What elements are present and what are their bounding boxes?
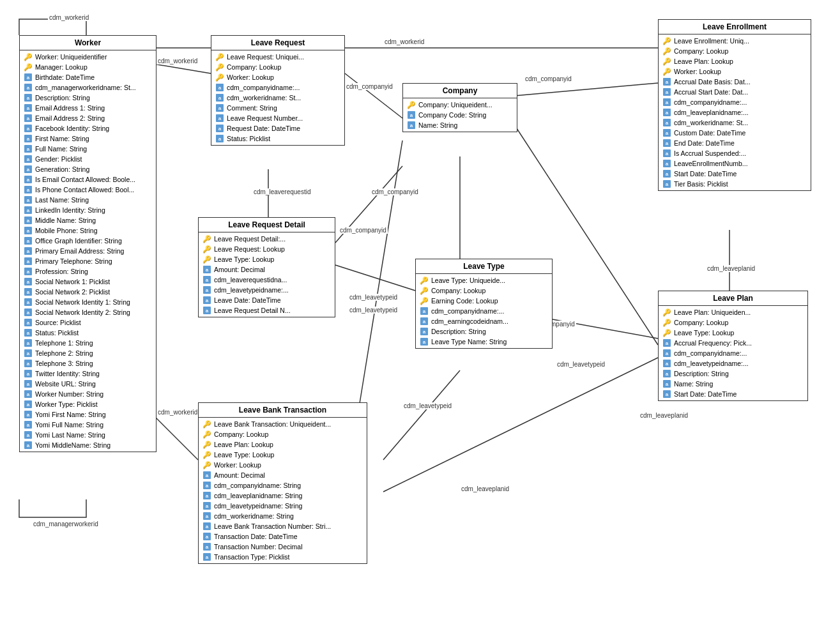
field-row: aOffice Graph Identifier: String — [20, 236, 156, 246]
field-row: aMobile Phone: String — [20, 225, 156, 236]
label-cdm-companyid-lr: cdm_companyid — [345, 83, 394, 90]
key-gray-icon: 🔑 — [202, 460, 211, 469]
field-icon: a — [202, 296, 211, 305]
entity-leave-type-title: Leave Type — [416, 259, 552, 274]
field-row: aYomi MiddleName: String — [20, 440, 156, 450]
field-row: acdm_leaverequestidna... — [199, 275, 335, 285]
field-icon: a — [202, 491, 211, 500]
field-row: aTransaction Date: DateTime — [199, 531, 367, 542]
entity-leave-type-fields: 🔑Leave Type: Uniqueide... 🔑Company: Look… — [416, 274, 552, 348]
field-row: 🔑Leave Request: Uniquei... — [211, 52, 344, 62]
entity-company-fields: 🔑Company: Uniqueident... aCompany Code: … — [403, 98, 517, 132]
entity-leave-bank-transaction-fields: 🔑Leave Bank Transaction: Uniqueident... … — [199, 418, 367, 563]
field-icon: a — [24, 155, 33, 163]
field-row: aEmail Address 1: String — [20, 103, 156, 113]
field-icon: a — [202, 501, 211, 510]
label-cdm-leavetypeid-lrd: cdm_leavetypeid — [348, 294, 399, 301]
field-row: aDescription: String — [659, 369, 807, 379]
field-icon: a — [215, 114, 224, 123]
field-row: aBirthdate: DateTime — [20, 72, 156, 82]
field-row: 🔑Company: Uniqueident... — [403, 100, 517, 110]
field-row: 🔑Leave Request: Lookup — [199, 244, 335, 254]
entity-leave-enrollment: Leave Enrollment 🔑Leave Enrollment: Uniq… — [658, 19, 811, 191]
label-cdm-leavetypeid-lbt: cdm_leavetypeid — [402, 402, 453, 409]
key-gray-icon: 🔑 — [662, 47, 671, 56]
field-icon: a — [24, 441, 33, 450]
field-icon: a — [420, 337, 429, 346]
key-gray-icon: 🔑 — [202, 430, 211, 439]
field-row: 🔑Leave Request Detail:... — [199, 234, 335, 244]
entity-leave-type: Leave Type 🔑Leave Type: Uniqueide... 🔑Co… — [415, 259, 553, 349]
field-row: 🔑Company: Lookup — [659, 46, 811, 56]
field-icon: a — [24, 93, 33, 102]
field-row: aCompany Code: String — [403, 110, 517, 120]
key-gold-icon: 🔑 — [215, 52, 224, 61]
key-gray-icon: 🔑 — [420, 286, 429, 295]
field-row: aSocial Network Identity 2: String — [20, 307, 156, 317]
field-row: aLeave Request Number... — [211, 113, 344, 123]
field-row: aGender: Picklist — [20, 154, 156, 164]
field-icon: a — [24, 73, 33, 82]
field-icon: a — [24, 206, 33, 215]
field-icon: a — [407, 110, 416, 119]
field-icon: a — [202, 306, 211, 315]
field-icon: a — [202, 532, 211, 541]
field-row: aDescription: String — [20, 93, 156, 103]
key-gold-icon: 🔑 — [420, 276, 429, 285]
field-icon: a — [24, 359, 33, 368]
field-row: aEnd Date: DateTime — [659, 138, 811, 148]
field-row: aStatus: Picklist — [20, 328, 156, 338]
entity-worker-fields: 🔑Worker: Uniqueidentifier 🔑Manager: Look… — [20, 50, 156, 452]
entity-leave-enrollment-title: Leave Enrollment — [659, 20, 811, 34]
field-icon: a — [662, 369, 671, 378]
field-row: aDescription: String — [416, 326, 552, 337]
field-icon: a — [24, 144, 33, 153]
svg-line-2 — [345, 73, 402, 118]
field-row: acdm_managerworkeridname: St... — [20, 82, 156, 93]
field-row: aFull Name: String — [20, 144, 156, 154]
field-row: aSocial Network 1: Picklist — [20, 277, 156, 287]
field-row: aStart Date: DateTime — [659, 169, 811, 179]
field-row: aAccrual Frequency: Pick... — [659, 338, 807, 348]
field-icon: a — [24, 236, 33, 245]
field-row: acdm_earningcodeidnam... — [416, 316, 552, 326]
key-gray-icon: 🔑 — [662, 57, 671, 66]
key-gold-icon: 🔑 — [24, 52, 33, 61]
field-row: aEmail Address 2: String — [20, 113, 156, 123]
field-row: aGeneration: String — [20, 164, 156, 174]
entity-leave-enrollment-fields: 🔑Leave Enrollment: Uniq... 🔑Company: Loo… — [659, 34, 811, 190]
key-gold-icon: 🔑 — [202, 420, 211, 429]
entity-worker-title: Worker — [20, 36, 156, 50]
field-icon: a — [24, 134, 33, 143]
field-row: acdm_leavetypeidname:... — [199, 285, 335, 295]
field-row: 🔑Company: Lookup — [416, 285, 552, 296]
field-icon: a — [215, 83, 224, 92]
key-gold-icon: 🔑 — [662, 36, 671, 45]
field-row: aTelephone 1: String — [20, 338, 156, 348]
field-icon: a — [420, 327, 429, 336]
field-icon: a — [24, 165, 33, 174]
field-row: 🔑Worker: Uniqueidentifier — [20, 52, 156, 62]
svg-line-10 — [383, 370, 460, 460]
field-icon: a — [662, 349, 671, 358]
field-icon: a — [215, 103, 224, 112]
field-row: acdm_workeridname: St... — [659, 118, 811, 128]
field-row: 🔑Leave Enrollment: Uniq... — [659, 36, 811, 46]
field-icon: a — [24, 257, 33, 266]
key-gold-icon: 🔑 — [407, 100, 416, 109]
field-icon: a — [24, 247, 33, 255]
label-cdm-workerid-lbt: cdm_workerid — [157, 409, 199, 416]
field-icon: a — [662, 179, 671, 188]
key-gray-icon: 🔑 — [202, 255, 211, 264]
field-row: acdm_leaveplanidname: String — [199, 490, 367, 501]
field-row: acdm_companyidname:... — [659, 348, 807, 358]
field-icon: a — [662, 169, 671, 178]
entity-leave-plan-fields: 🔑Leave Plan: Uniqueiden... 🔑Company: Loo… — [659, 306, 807, 400]
entity-leave-request-title: Leave Request — [211, 36, 344, 50]
entity-company: Company 🔑Company: Uniqueident... aCompan… — [402, 83, 517, 132]
label-cdm-leaveplanid-lp: cdm_leaveplanid — [639, 412, 689, 419]
field-row: acdm_workeridname: String — [199, 511, 367, 521]
field-icon: a — [24, 400, 33, 409]
key-gold-icon: 🔑 — [662, 308, 671, 317]
label-cdm-leaveplanid-lbt: cdm_leaveplanid — [460, 485, 510, 492]
